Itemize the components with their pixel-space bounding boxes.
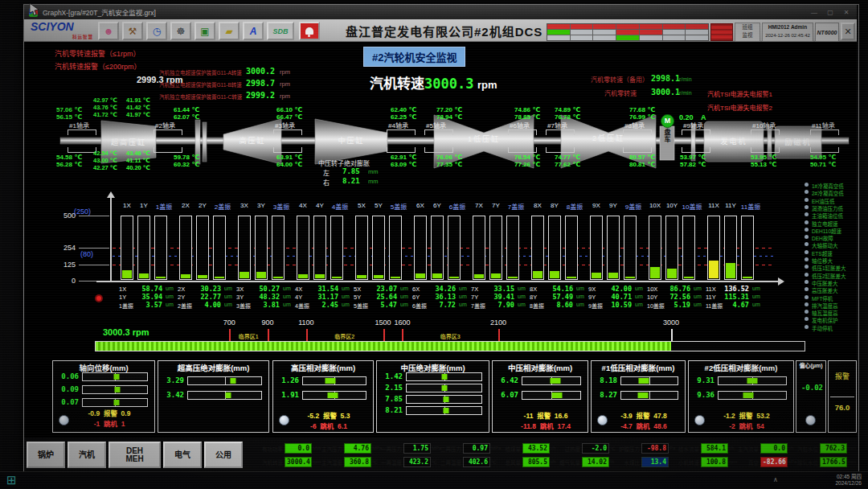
- vibration-bar-fill: [240, 272, 249, 278]
- vibration-bar-fill: [743, 277, 752, 278]
- vibration-value: 4.67: [717, 301, 749, 309]
- gauge-marker: [444, 408, 449, 413]
- param-unit: mm: [848, 446, 859, 450]
- gauge-marker: [552, 392, 563, 398]
- vibration-bar-fill: [592, 273, 601, 278]
- vibration-bar-fill: [684, 277, 694, 278]
- bearing-temp: 59.78 ℃: [174, 154, 212, 161]
- param-value: -98.8: [641, 443, 669, 454]
- chart-y-axis: [110, 198, 112, 281]
- vibration-bar: [121, 216, 133, 280]
- param-label: 汽机转速: [259, 458, 283, 466]
- gauge-marker: [326, 378, 336, 384]
- param-label: 小机转速: [675, 458, 699, 466]
- rpm-tick-label: 1100: [292, 318, 321, 327]
- param-label: 炉膛压力: [616, 445, 640, 453]
- param-value: 100.8: [701, 457, 728, 467]
- alarm-limits: -5.2 报警 5.3: [286, 410, 371, 420]
- param-value: 1.75: [403, 443, 431, 454]
- vibration-unit: um: [694, 286, 706, 291]
- vibration-unit: um: [518, 286, 530, 291]
- cylinder-temp: 43.46 ℃: [126, 150, 158, 157]
- expansion-panel: 轴向位移(mm)0.060.090.07-0.9 报警 0.9-1 跳机 1: [52, 360, 155, 433]
- vibration-value: 5.47: [365, 301, 397, 309]
- bearing-temp: 80.57 ℃: [629, 154, 668, 161]
- bearing-temp: 55.13 ℃: [751, 161, 789, 168]
- gauge-marker: [747, 378, 758, 384]
- param-label: 汽包水位: [794, 445, 818, 453]
- param-value: 0.0: [760, 443, 788, 454]
- vibration-unit: um: [224, 302, 237, 307]
- chart-x-axis: [96, 281, 780, 282]
- nav-button-3[interactable]: DEH MEH: [108, 442, 161, 468]
- gauge-value: 8.27: [593, 391, 617, 399]
- tray-expand-icon[interactable]: ∧: [773, 476, 778, 483]
- vibration-bar-label: 1盖振: [151, 202, 177, 211]
- axis-secondary-label: (250): [74, 208, 103, 216]
- vibration-bar-fill: [198, 275, 207, 278]
- rpm-tick-label: 2100: [484, 318, 513, 327]
- param-value: 360.8: [344, 457, 371, 467]
- bearing-bracket: [546, 147, 575, 153]
- vibration-bar-label: 2盖振: [210, 202, 235, 211]
- start-button[interactable]: ⊞: [6, 474, 17, 486]
- vibration-bar-fill: [491, 273, 501, 278]
- nav-button-5[interactable]: 公用: [204, 442, 243, 468]
- rpm-tick: [383, 329, 385, 341]
- vibration-value: 31.54: [306, 285, 338, 293]
- param-value: 1766.5: [820, 457, 847, 467]
- vibration-bar-label: 3盖振: [268, 202, 294, 211]
- rpm-tick: [498, 329, 500, 341]
- vibration-value: 39.41: [482, 293, 514, 301]
- vibration-value: 57.49: [541, 293, 573, 301]
- gauge-value: 9.31: [690, 376, 714, 384]
- vibration-bar: [724, 216, 737, 280]
- vibration-value: 23.07: [365, 285, 397, 293]
- status-dot: [95, 294, 103, 302]
- param-label: 给煤量: [497, 445, 521, 453]
- taskbar-clock[interactable]: 02:45 周四 2024/12/26: [804, 474, 862, 487]
- trip-indicator-lamp: [805, 220, 809, 224]
- vibration-bar-fill: [298, 274, 308, 278]
- axis-tick-label: 0: [51, 277, 76, 285]
- bearing-temp: 63.09 ℃: [391, 161, 429, 168]
- nav-button-1[interactable]: 锅炉: [27, 442, 65, 468]
- param-unit: mm: [848, 459, 859, 464]
- gauge-bar: [620, 376, 678, 385]
- bearing-temp: 77.20 ℃: [436, 106, 475, 113]
- vibration-value: 3.81: [248, 301, 280, 309]
- vibration-bar: [682, 216, 695, 280]
- gauge-value: 2.15: [379, 384, 403, 392]
- vibration-bar-fill: [650, 267, 660, 278]
- vibration-bar-label: 6盖振: [444, 202, 470, 211]
- trip-indicator-lamp: [805, 242, 809, 246]
- vibration-bar-fill: [432, 273, 442, 278]
- rpm-tick: [671, 329, 673, 341]
- bearing-bracket: [424, 129, 453, 135]
- bearing-label: #1轴承: [69, 121, 103, 129]
- bearing-temp: 66.47 ℃: [276, 113, 315, 121]
- nav-button-2[interactable]: 汽机: [68, 442, 106, 468]
- gauge-value: 1.91: [275, 391, 299, 399]
- gauge-center-line: [649, 377, 650, 384]
- vibration-unit: um: [694, 302, 706, 307]
- bearing-label: #9轴承: [683, 121, 717, 129]
- vibration-bar: [414, 216, 427, 280]
- param-label: 二再温度: [437, 458, 461, 466]
- vibration-value: 3.57: [130, 301, 162, 309]
- vibration-value: 54.16: [541, 285, 573, 293]
- vibration-bar: [389, 216, 402, 280]
- trip-limits: -2 跳机 54: [702, 421, 792, 430]
- trip-limits: -6 跳机 6.1: [286, 421, 371, 430]
- bearing-temp: 80.81 ℃: [629, 161, 668, 168]
- gauge-value: 0.07: [55, 398, 79, 406]
- expansion-panel: 超高压绝对膨胀(mm)3.293.42: [158, 360, 269, 433]
- alarm-limits: -3.9 报警 47.8: [604, 410, 683, 420]
- axis-tick: [79, 248, 109, 249]
- nav-button-4[interactable]: 电气: [163, 442, 202, 468]
- bearing-temp: 54.95 ℃: [810, 154, 849, 161]
- cylinder-temp: 41.42 ℃: [126, 104, 158, 111]
- panel-title: 中压相对膨胀(mm): [493, 362, 588, 373]
- param-label: 真空: [735, 458, 759, 466]
- vibration-unit: um: [283, 302, 296, 307]
